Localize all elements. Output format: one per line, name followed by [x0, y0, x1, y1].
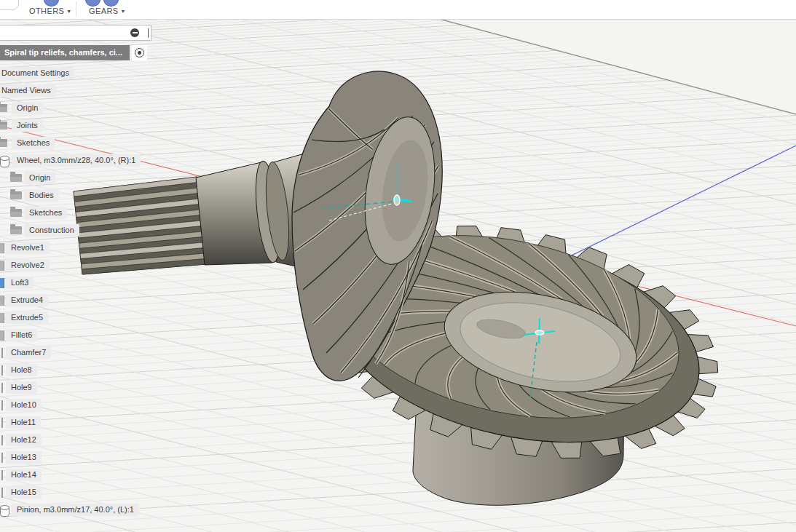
feature-icon: [0, 470, 3, 480]
browser-item-label[interactable]: Hole12: [6, 434, 42, 446]
browser-row-hole11[interactable]: Hole11: [0, 414, 168, 432]
browser-panel: Spiral tip reliefs, chamfers, ci... Docu…: [0, 0, 168, 532]
feature-icon: [0, 278, 4, 288]
timeline-selected-item[interactable]: Spiral tip reliefs, chamfers, ci...: [0, 45, 130, 60]
browser-item-label[interactable]: Fillet6: [6, 329, 37, 341]
browser-row-chamfer7[interactable]: Chamfer7: [0, 344, 168, 362]
browser-row-document-settings[interactable]: Document Settings: [0, 65, 168, 82]
browser-row-sketches[interactable]: Sketches: [0, 135, 168, 152]
browser-row-bodies[interactable]: Bodies: [0, 187, 168, 205]
browser-item-label[interactable]: Hole8: [6, 364, 37, 376]
browser-row-extrude4[interactable]: Extrude4: [0, 292, 168, 309]
folder-icon: [0, 139, 7, 147]
browser-row-hole13[interactable]: Hole13: [0, 449, 168, 467]
feature-icon: [0, 383, 3, 393]
search-input[interactable]: [0, 25, 151, 41]
browser-item-label[interactable]: Document Settings: [0, 67, 74, 79]
toolbar-panel-corner: [0, 0, 19, 10]
browser-item-label[interactable]: Construction: [24, 224, 79, 237]
browser-item-label[interactable]: Wheel, m3.0mm/z28, 40.0°, (R):1: [12, 154, 141, 167]
browser-item-label[interactable]: Hole11: [6, 416, 41, 429]
browser-item-label[interactable]: Origin: [12, 102, 43, 114]
browser-row-loft3[interactable]: Loft3: [0, 274, 168, 292]
browser-item-label[interactable]: Hole9: [6, 381, 37, 394]
browser-item-label[interactable]: Hole14: [6, 469, 42, 481]
component-icon: [0, 507, 9, 517]
browser-item-label[interactable]: Chamfer7: [6, 346, 51, 359]
browser-row-hole8[interactable]: Hole8: [0, 362, 168, 379]
gears-icon-2: [103, 0, 119, 7]
browser-item-label[interactable]: Sketches: [24, 207, 67, 219]
feature-icon: [0, 261, 4, 271]
toolbar-menu-gears[interactable]: GEARS▼: [89, 7, 126, 15]
radio-target-icon[interactable]: [132, 45, 147, 60]
feature-icon: [0, 243, 4, 253]
feature-icon: [0, 453, 3, 463]
browser-row-origin[interactable]: Origin: [0, 170, 168, 187]
browser-item-label[interactable]: Hole15: [6, 486, 42, 499]
browser-item-label[interactable]: Hole10: [6, 399, 42, 411]
folder-icon: [0, 104, 7, 112]
browser-item-label[interactable]: Hole13: [6, 451, 42, 464]
browser-row-wheel-m3-0mm-z28-40-0-r-1[interactable]: Wheel, m3.0mm/z28, 40.0°, (R):1: [0, 152, 168, 170]
folder-icon: [10, 209, 22, 217]
browser-row-hole14[interactable]: Hole14: [0, 467, 168, 484]
feature-icon: [0, 418, 3, 428]
browser-row-sketches[interactable]: Sketches: [0, 205, 168, 222]
feature-icon: [0, 435, 3, 445]
browser-item-label[interactable]: Bodies: [24, 189, 59, 202]
fusion-360-window: { "toolbar": { "groups": [ { "label": "O…: [0, 0, 796, 532]
browser-item-label[interactable]: Extrude4: [6, 294, 48, 306]
browser-row-pinion-m3-0mm-z17-40-0-l-1[interactable]: Pinion, m3.0mm/z17, 40.0°, (L):1: [0, 501, 168, 519]
toolbar-separator: [76, 1, 76, 17]
folder-icon: [10, 226, 22, 234]
browser-row-named-views[interactable]: Named Views: [0, 82, 168, 100]
folder-icon: [0, 122, 7, 130]
minus-circle-icon[interactable]: [130, 28, 139, 37]
toolbar-menu-others[interactable]: OTHERS▼: [29, 7, 72, 15]
feature-icon: [0, 330, 4, 341]
chevron-down-icon: ▼: [66, 9, 71, 14]
browser-row-revolve2[interactable]: Revolve2: [0, 257, 168, 274]
feature-icon: [0, 313, 4, 323]
text-caret: [148, 28, 149, 38]
browser-row-hole10[interactable]: Hole10: [0, 397, 168, 414]
feature-icon: [0, 488, 3, 498]
feature-icon: [0, 295, 4, 306]
chevron-down-icon: ▼: [121, 9, 126, 14]
browser-row-hole9[interactable]: Hole9: [0, 379, 168, 397]
others-gear-icon: [44, 0, 59, 7]
browser-row-origin[interactable]: Origin: [0, 100, 168, 117]
browser-row-hole12[interactable]: Hole12: [0, 432, 168, 449]
browser-row-extrude5[interactable]: Extrude5: [0, 309, 168, 327]
browser-row-hole15[interactable]: Hole15: [0, 484, 168, 501]
browser-row-construction[interactable]: Construction: [0, 222, 168, 239]
browser-item-label[interactable]: Named Views: [0, 84, 56, 97]
feature-icon: [0, 400, 3, 410]
browser-item-label[interactable]: Extrude5: [6, 311, 48, 324]
browser-item-label[interactable]: Joints: [12, 119, 43, 132]
browser-row-joints[interactable]: Joints: [0, 117, 168, 135]
browser-item-label[interactable]: Sketches: [12, 137, 55, 149]
browser-item-label[interactable]: Pinion, m3.0mm/z17, 40.0°, (L):1: [12, 504, 139, 516]
browser-item-label[interactable]: Revolve1: [6, 242, 50, 254]
gears-icon-1: [85, 0, 101, 7]
feature-icon: [0, 365, 3, 376]
component-icon: [0, 157, 9, 167]
browser-row-fillet6[interactable]: Fillet6: [0, 327, 168, 344]
browser-item-label[interactable]: Origin: [24, 172, 55, 184]
browser-item-label[interactable]: Revolve2: [6, 259, 50, 271]
folder-icon: [10, 174, 22, 182]
feature-icon: [0, 348, 3, 358]
browser-row-revolve1[interactable]: Revolve1: [0, 239, 168, 257]
folder-icon: [10, 191, 22, 199]
browser-item-label[interactable]: Loft3: [6, 277, 34, 289]
toolbar: OTHERS▼ GEARS▼: [0, 0, 796, 20]
